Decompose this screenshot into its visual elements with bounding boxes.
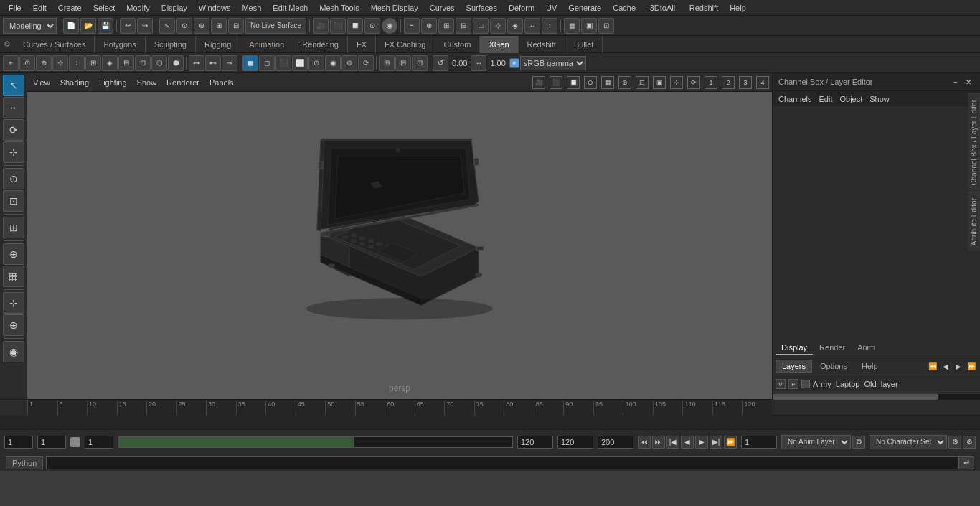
tool2-7[interactable]: ◈	[102, 55, 118, 71]
view-btn-1[interactable]: ▦	[564, 18, 580, 34]
tool-extra-9[interactable]: ↕	[542, 18, 557, 34]
range-end-3[interactable]	[598, 436, 633, 449]
frame-start-input[interactable]	[4, 436, 33, 449]
layer-tab-layers[interactable]: Layers	[776, 360, 812, 373]
layer-move-next[interactable]: ▶	[953, 360, 964, 372]
snap-btn[interactable]: ⊞	[211, 18, 227, 34]
tool2-10[interactable]: ⬡	[151, 55, 167, 71]
char-set-btn-2[interactable]: ⚙	[963, 436, 976, 449]
vp-icon-1[interactable]: 1	[705, 76, 717, 89]
menu-deform[interactable]: Deform	[503, 2, 540, 14]
menu-select[interactable]: Select	[88, 2, 121, 14]
display-tool[interactable]: ◉	[3, 341, 24, 362]
tab-rigging[interactable]: Rigging	[196, 36, 240, 53]
tool-extra-5[interactable]: □	[473, 18, 489, 34]
artisan-tool[interactable]: ⊕	[3, 314, 24, 336]
layer-tab-help[interactable]: Help	[855, 360, 885, 373]
tool2-15[interactable]: ◼	[242, 55, 258, 71]
tool2-14[interactable]: ⊸	[222, 55, 237, 71]
vp-icon-2[interactable]: 2	[722, 76, 735, 89]
tab-xgen[interactable]: XGen	[480, 36, 518, 53]
tool2-17[interactable]: ⬛	[275, 55, 291, 71]
playback-frame[interactable]	[741, 436, 777, 449]
menu-3dtall[interactable]: -3DtoAll-	[641, 2, 684, 14]
menu-edit-mesh[interactable]: Edit Mesh	[267, 2, 314, 14]
open-file-btn[interactable]: 📂	[80, 18, 96, 34]
playback-to-end[interactable]: ⏩	[724, 436, 737, 449]
tool2-24[interactable]: ⊟	[395, 55, 411, 71]
save-file-btn[interactable]: 💾	[98, 18, 113, 34]
tool2-20[interactable]: ◉	[325, 55, 341, 71]
tool2-1[interactable]: ⌖	[3, 55, 19, 71]
anim-layer-selector[interactable]: No Anim Layer	[781, 435, 851, 449]
menu-curves[interactable]: Curves	[424, 2, 461, 14]
python-label[interactable]: Python	[6, 456, 43, 469]
menu-generate[interactable]: Generate	[562, 2, 607, 14]
menu-edit[interactable]: Edit	[27, 2, 52, 14]
playback-prev-key[interactable]: ⏭	[652, 436, 665, 449]
undo-btn[interactable]: ↩	[120, 18, 136, 34]
anim-layer-btn-1[interactable]: ⚙	[852, 436, 865, 449]
layer-move-prev[interactable]: ◀	[940, 360, 951, 372]
tool2-9[interactable]: ⊡	[135, 55, 151, 71]
playback-to-start[interactable]: ⏮	[638, 436, 651, 449]
vp-menu-renderer[interactable]: Renderer	[164, 77, 202, 88]
play-range-bar[interactable]	[118, 436, 513, 448]
vp-icon-3[interactable]: 3	[739, 76, 752, 89]
tool2-12[interactable]: ⊶	[189, 55, 204, 71]
menu-surfaces[interactable]: Surfaces	[461, 2, 503, 14]
circle-btn[interactable]: ◉	[382, 18, 397, 34]
tool2-4[interactable]: ⊹	[52, 55, 68, 71]
tool2-2[interactable]: ⊙	[19, 55, 35, 71]
menu-windows[interactable]: Windows	[193, 2, 237, 14]
menu-create[interactable]: Create	[52, 2, 88, 14]
frame-value[interactable]	[85, 436, 113, 449]
vp-icon-refresh[interactable]: ⟳	[687, 76, 700, 89]
tab-animation[interactable]: Animation	[240, 36, 293, 53]
tab-sculpting[interactable]: Sculpting	[146, 36, 196, 53]
tabs-settings-icon[interactable]: ⚙	[0, 39, 14, 49]
playback-play-fwd[interactable]: ▶|	[710, 436, 722, 449]
ch-tab-channels[interactable]: Channels	[776, 93, 814, 105]
playback-back[interactable]: ◀	[681, 436, 694, 449]
tool-extra-3[interactable]: ⊞	[438, 18, 454, 34]
tab-custom[interactable]: Custom	[435, 36, 481, 53]
tool2-21[interactable]: ⊚	[341, 55, 357, 71]
new-file-btn[interactable]: 📄	[63, 18, 79, 34]
isolate-tool[interactable]: ⊕	[3, 243, 24, 265]
live-surface-btn[interactable]: No Live Surface	[245, 18, 306, 34]
snap2-btn[interactable]: ⊟	[228, 18, 244, 34]
tab-curves-surfaces[interactable]: Curves / Surfaces	[14, 36, 95, 53]
tool2-5[interactable]: ↕	[69, 55, 85, 71]
vp-icon-snap[interactable]: 🔲	[567, 76, 580, 89]
vp-menu-lighting[interactable]: Lighting	[96, 77, 130, 88]
tab-rendering[interactable]: Rendering	[293, 36, 348, 53]
range-end-1[interactable]	[517, 436, 553, 449]
frame-current-input[interactable]	[37, 436, 66, 449]
menu-redshift[interactable]: Redshift	[684, 2, 724, 14]
vp-icon-smooth[interactable]: ▣	[653, 76, 666, 89]
last-tool[interactable]: ⊡	[3, 190, 24, 212]
view-btn-2[interactable]: ▣	[581, 18, 597, 34]
select-tool-btn[interactable]: ↖	[159, 18, 175, 34]
vp-icon-camera[interactable]: 🎥	[532, 76, 545, 89]
tool-extra-2[interactable]: ⊕	[421, 18, 437, 34]
right-panel-minimize[interactable]: −	[950, 76, 961, 88]
scale-tool[interactable]: ⊹	[3, 141, 24, 163]
python-enter-btn[interactable]: ↵	[958, 456, 974, 469]
layer-row[interactable]: V P Army_Laptop_Old_layer	[773, 377, 980, 392]
tool-extra-8[interactable]: ↔	[524, 18, 540, 34]
select-tool[interactable]: ↖	[3, 75, 24, 96]
tab-fx[interactable]: FX	[348, 36, 376, 53]
range-end-2[interactable]	[557, 436, 593, 449]
vp-icon-crv[interactable]: ⊕	[618, 76, 631, 89]
layer-move-back[interactable]: ⏪	[927, 360, 938, 372]
layer-scrollbar[interactable]	[773, 393, 980, 399]
channel-box-label[interactable]: Channel Box / Layer Editor	[968, 93, 980, 192]
ch-tab-show[interactable]: Show	[867, 93, 892, 105]
render3-btn[interactable]: 🔲	[347, 18, 363, 34]
vp-icon-select[interactable]: ⬛	[550, 76, 562, 89]
redo-btn[interactable]: ↪	[137, 18, 153, 34]
menu-display[interactable]: Display	[156, 2, 193, 14]
layer-vis-p[interactable]: P	[788, 379, 798, 389]
